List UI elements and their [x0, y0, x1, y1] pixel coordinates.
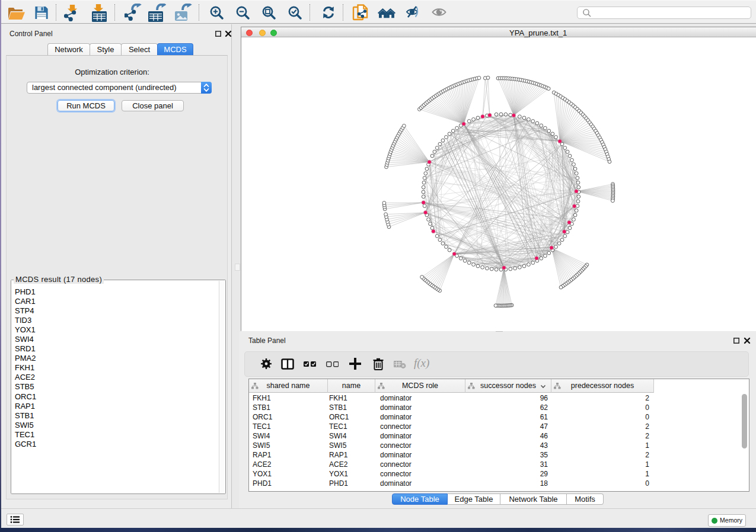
svg-text:f(x): f(x) — [414, 357, 429, 370]
